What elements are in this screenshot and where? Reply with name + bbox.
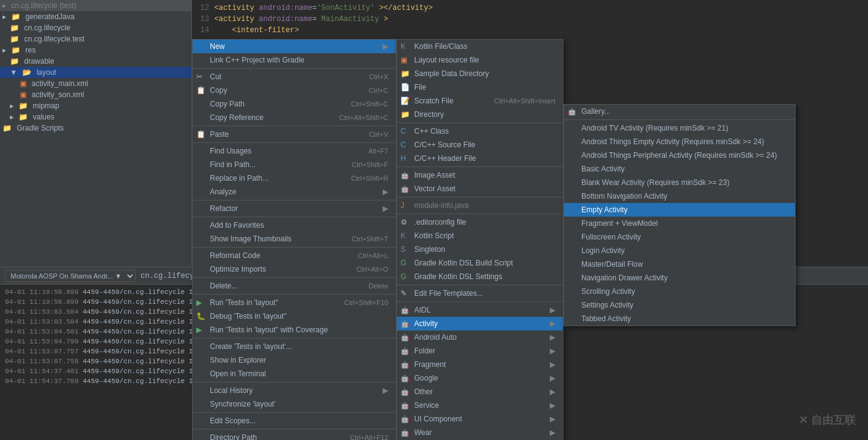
menu-item-tabbed[interactable]: Tabbed Activity xyxy=(564,312,795,326)
menu-item-ui-component[interactable]: 🤖 UI Component ▶ xyxy=(397,412,563,426)
menu-separator xyxy=(193,382,396,382)
menu-item-other[interactable]: 🤖 Other ▶ xyxy=(397,385,563,399)
menu-item-gradle-kotlin-settings[interactable]: G Gradle Kotlin DSL Settings xyxy=(397,270,563,283)
menu-item-new[interactable]: New ▶ xyxy=(193,40,396,53)
menu-item-fragment[interactable]: 🤖 Fragment ▶ xyxy=(397,358,563,371)
menu-item-gradle-kotlin-build[interactable]: G Gradle Kotlin DSL Build Script xyxy=(397,256,563,270)
menu-label: Delete... xyxy=(210,282,238,290)
menu-item-paste[interactable]: 📋 Paste Ctrl+V xyxy=(193,127,396,141)
menu-label: Settings Activity xyxy=(581,301,633,309)
menu-item-folder[interactable]: 🤖 Folder ▶ xyxy=(397,344,563,358)
menu-item-analyze[interactable]: Analyze ▶ xyxy=(193,185,396,199)
file-tree-item[interactable]: ▸cn.cg.lifecycle (test) xyxy=(0,0,191,11)
android-icon: 🤖 xyxy=(401,185,409,193)
menu-item-cut[interactable]: ✂ Cut Ctrl+X xyxy=(193,70,396,84)
menu-label: module-info.java xyxy=(414,201,469,210)
menu-label: Scratch File xyxy=(414,97,453,105)
menu-item-copy[interactable]: 📋 Copy Ctrl+C xyxy=(193,84,396,97)
device-selector[interactable]: Motorola AOSP On Shama Andr... ▼ xyxy=(5,270,136,282)
menu-item-blank-wear[interactable]: Blank Wear Activity (Requires minSdk >= … xyxy=(564,176,795,189)
file-tree-item[interactable]: 📁drawable xyxy=(0,56,191,67)
file-tree-item[interactable]: 📁cn.cg.lifecycle xyxy=(0,22,191,33)
menu-item-cpp-header[interactable]: H C/C++ Header File xyxy=(397,152,563,165)
menu-item-kotlin-file[interactable]: K Kotlin File/Class xyxy=(397,40,563,53)
file-tree-item[interactable]: ▸📁generatedJava xyxy=(0,11,191,22)
menu-item-editorconfig[interactable]: ⚙ .editorconfig file xyxy=(397,215,563,229)
menu-item-reformat[interactable]: Reformat Code Ctrl+Alt+L xyxy=(193,249,396,262)
menu-label: AIDL xyxy=(414,306,431,314)
menu-item-fullscreen[interactable]: Fullscreen Activity xyxy=(564,230,795,244)
file-tree-item-layout[interactable]: ▼📂layout xyxy=(0,67,191,78)
menu-item-sample-data[interactable]: 📁 Sample Data Directory xyxy=(397,67,563,80)
menu-item-copy-path[interactable]: Copy Path Ctrl+Shift+C xyxy=(193,97,396,111)
menu-item-gallery[interactable]: 🤖 Gallery... xyxy=(564,105,795,118)
menu-item-copy-reference[interactable]: Copy Reference Ctrl+Alt+Shift+C xyxy=(193,111,396,124)
menu-item-navigation-drawer[interactable]: Navigation Drawer Activity xyxy=(564,271,795,285)
menu-item-android-things-peripheral[interactable]: Android Things Peripheral Activity (Requ… xyxy=(564,149,795,162)
menu-label: Other xyxy=(414,387,433,396)
file-tree-item[interactable]: ▣activity_son.xml xyxy=(0,89,191,100)
menu-item-kotlin-script[interactable]: K Kotlin Script xyxy=(397,229,563,243)
menu-item-empty-activity[interactable]: Empty Activity xyxy=(564,203,795,217)
menu-item-create-tests[interactable]: Create 'Tests in 'layout'... xyxy=(193,340,396,353)
file-tree-item[interactable]: ▸📁mipmap xyxy=(0,100,191,111)
menu-item-link-cpp[interactable]: Link C++ Project with Gradle xyxy=(193,53,396,67)
menu-label: Copy xyxy=(210,86,227,95)
menu-item-vector-asset[interactable]: 🤖 Vector Asset xyxy=(397,182,563,196)
menu-item-scrolling[interactable]: Scrolling Activity xyxy=(564,285,795,298)
menu-item-image-asset[interactable]: 🤖 Image Asset xyxy=(397,168,563,182)
menu-item-service[interactable]: 🤖 Service ▶ xyxy=(397,399,563,412)
menu-item-android-auto[interactable]: 🤖 Android Auto ▶ xyxy=(397,330,563,344)
menu-item-refactor[interactable]: Refactor ▶ xyxy=(193,202,396,215)
menu-item-run-tests-coverage[interactable]: ▶ Run 'Tests in 'layout'' with Coverage xyxy=(193,323,396,337)
menu-item-optimize-imports[interactable]: Optimize Imports Ctrl+Alt+O xyxy=(193,262,396,276)
menu-item-cpp-source[interactable]: C C/C++ Source File xyxy=(397,138,563,152)
menu-item-google[interactable]: 🤖 Google ▶ xyxy=(397,371,563,385)
menu-item-delete[interactable]: Delete... Delete xyxy=(193,279,396,293)
menu-item-open-terminal[interactable]: Open in Terminal xyxy=(193,367,396,381)
menu-item-directory[interactable]: 📁 Directory xyxy=(397,108,563,121)
menu-item-android-things-empty[interactable]: Android Things Empty Activity (Requires … xyxy=(564,135,795,149)
menu-item-singleton[interactable]: S Singleton xyxy=(397,243,563,256)
menu-item-local-history[interactable]: Local History ▶ xyxy=(193,384,396,397)
menu-item-module-info[interactable]: J module-info.java xyxy=(397,199,563,212)
file-tree-item[interactable]: 📁cn.cg.lifecycle.test xyxy=(0,33,191,45)
menu-item-run-tests[interactable]: ▶ Run 'Tests in 'layout'' Ctrl+Shift+F10 xyxy=(193,296,396,309)
file-tree-item[interactable]: ▸📁values xyxy=(0,111,191,123)
menu-item-replace-in-path[interactable]: Replace in Path... Ctrl+Shift+R xyxy=(193,171,396,185)
menu-item-file[interactable]: 📄 File xyxy=(397,80,563,94)
menu-item-add-favorites[interactable]: Add to Favorites xyxy=(193,218,396,232)
menu-item-synchronize[interactable]: Synchronize 'layout' xyxy=(193,397,396,411)
menu-item-wear[interactable]: 🤖 Wear ▶ xyxy=(397,426,563,439)
menu-item-fragment-viewmodel[interactable]: Fragment + ViewModel xyxy=(564,217,795,230)
menu-item-settings[interactable]: Settings Activity xyxy=(564,298,795,312)
menu-item-cpp-class[interactable]: C C++ Class xyxy=(397,124,563,138)
menu-item-find-usages[interactable]: Find Usages Alt+F7 xyxy=(193,144,396,158)
menu-item-debug-tests[interactable]: 🐛 Debug 'Tests in 'layout'' xyxy=(193,309,396,323)
menu-item-aidl[interactable]: 🤖 AIDL ▶ xyxy=(397,303,563,317)
menu-item-directory-path[interactable]: Directory Path Ctrl+Alt+F12 xyxy=(193,431,396,440)
file-tree-item[interactable]: ▣activity_main.xml xyxy=(0,78,191,89)
menu-item-scratch-file[interactable]: 📝 Scratch File Ctrl+Alt+Shift+Insert xyxy=(397,94,563,108)
menu-item-android-tv[interactable]: Android TV Activity (Requires minSdk >= … xyxy=(564,121,795,135)
menu-item-find-in-path[interactable]: Find in Path... Ctrl+Shift+F xyxy=(193,158,396,171)
menu-item-master-detail[interactable]: Master/Detail Flow xyxy=(564,257,795,271)
menu-item-image-thumbnails[interactable]: Show Image Thumbnails Ctrl+Shift+T xyxy=(193,232,396,246)
menu-item-edit-scopes[interactable]: Edit Scopes... xyxy=(193,414,396,428)
menu-label: Add to Favorites xyxy=(210,221,264,230)
menu-label: Android Things Empty Activity (Requires … xyxy=(581,137,764,146)
menu-label: Optimize Imports xyxy=(210,265,266,274)
menu-item-edit-file-templates[interactable]: ✎ Edit File Templates... xyxy=(397,287,563,300)
menu-item-activity[interactable]: 🤖 Activity ▶ xyxy=(397,317,563,330)
run-coverage-icon: ▶ xyxy=(196,326,202,334)
menu-label: Fragment + ViewModel xyxy=(581,219,658,228)
file-tree-item[interactable]: ▸📁res xyxy=(0,45,191,56)
menu-label: Reformat Code xyxy=(210,251,260,260)
menu-item-basic-activity[interactable]: Basic Activity xyxy=(564,162,795,176)
menu-item-bottom-navigation[interactable]: Bottom Navigation Activity xyxy=(564,189,795,203)
file-tree-item-gradle[interactable]: 📁Gradle Scripts xyxy=(0,123,191,134)
menu-label: Create 'Tests in 'layout'... xyxy=(210,342,292,351)
menu-item-login[interactable]: Login Activity xyxy=(564,244,795,257)
menu-item-layout-resource[interactable]: ▣ Layout resource file xyxy=(397,53,563,67)
menu-item-show-explorer[interactable]: Show in Explorer xyxy=(193,353,396,367)
